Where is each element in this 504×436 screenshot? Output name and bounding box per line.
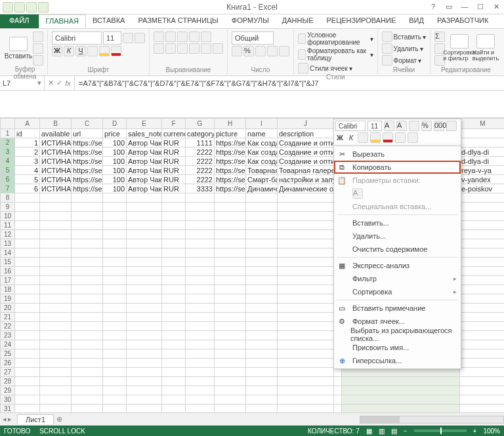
- border-icon[interactable]: [87, 46, 98, 56]
- increase-font-icon[interactable]: [123, 33, 133, 43]
- view-normal-icon[interactable]: ▦: [366, 427, 372, 435]
- ctx-cut[interactable]: ✂Вырезать: [334, 148, 461, 161]
- zoom-level[interactable]: 100%: [483, 427, 500, 435]
- new-sheet-button[interactable]: ⊕: [56, 415, 62, 424]
- ctx-format-cells[interactable]: ⚙Формат ячеек...: [334, 315, 461, 328]
- format-as-table-button[interactable]: Форматировать как таблицу▾: [298, 47, 373, 62]
- font-name-combo[interactable]: Calibri: [52, 31, 102, 45]
- mini-font-combo[interactable]: Calibri: [335, 121, 366, 131]
- table-row[interactable]: 29: [1, 386, 505, 395]
- window-minimize-icon[interactable]: —: [459, 3, 470, 11]
- ctx-copy[interactable]: ⧉Копировать: [334, 161, 461, 174]
- table-row[interactable]: 28: [1, 377, 505, 386]
- ctx-insert[interactable]: Вставить...: [334, 216, 461, 229]
- orientation-icon[interactable]: [189, 31, 200, 42]
- font-color-icon[interactable]: [111, 46, 121, 56]
- tab-formulas[interactable]: ФОРМУЛЫ: [225, 14, 276, 28]
- mini-inc-decimal-icon[interactable]: [395, 132, 406, 143]
- increase-decimal-icon[interactable]: [267, 46, 278, 56]
- font-size-combo[interactable]: 11: [103, 31, 121, 45]
- mini-size-combo[interactable]: 11: [368, 121, 382, 131]
- tab-insert[interactable]: ВСТАВКА: [86, 14, 131, 28]
- decrease-font-icon[interactable]: [135, 33, 145, 43]
- autosum-icon[interactable]: Σ: [434, 31, 445, 42]
- decrease-decimal-icon[interactable]: [279, 46, 289, 56]
- zoom-out-icon[interactable]: −: [404, 427, 408, 435]
- format-cells-button[interactable]: Формат▾: [382, 55, 422, 66]
- name-box[interactable]: L7▾: [0, 76, 45, 90]
- ctx-filter[interactable]: Фильтр▸: [334, 272, 461, 285]
- sort-filter-button[interactable]: Сортировка и фильтр: [448, 31, 471, 64]
- cancel-formula-icon[interactable]: ✕: [48, 79, 54, 87]
- tab-data[interactable]: ДАННЫЕ: [276, 14, 320, 28]
- conditional-formatting-button[interactable]: Условное форматирование▾: [298, 31, 373, 46]
- qat-redo-icon[interactable]: [38, 2, 49, 12]
- tab-page-layout[interactable]: РАЗМЕТКА СТРАНИЦЫ: [131, 14, 224, 28]
- zoom-in-icon[interactable]: +: [473, 427, 477, 435]
- fx-icon[interactable]: fx: [65, 79, 71, 87]
- view-page-break-icon[interactable]: ▤: [391, 427, 397, 435]
- comma-icon[interactable]: [255, 46, 266, 56]
- enter-formula-icon[interactable]: ✓: [56, 79, 62, 87]
- mini-dec-decimal-icon[interactable]: [408, 132, 418, 143]
- align-bottom-icon[interactable]: [177, 31, 188, 42]
- table-row[interactable]: 30: [1, 395, 505, 405]
- ctx-comment[interactable]: ▭Вставить примечание: [334, 302, 461, 315]
- ctx-clear[interactable]: Очистить содержимое: [334, 243, 461, 256]
- merge-icon[interactable]: [213, 43, 223, 54]
- tab-developer[interactable]: РАЗРАБОТЧИК: [430, 14, 495, 28]
- qat-undo-icon[interactable]: [26, 2, 37, 12]
- sheet-nav-prev-icon[interactable]: ◂: [3, 415, 7, 424]
- tab-home[interactable]: ГЛАВНАЯ: [39, 14, 86, 28]
- ribbon-minimize-icon[interactable]: ▭: [444, 3, 454, 11]
- mini-increase-font-icon[interactable]: A: [384, 121, 394, 131]
- increase-indent-icon[interactable]: [201, 43, 211, 54]
- format-painter-icon[interactable]: [33, 55, 43, 66]
- ctx-hyperlink[interactable]: ⊕Гиперссылка...: [334, 354, 461, 367]
- ctx-pick-from-list[interactable]: Выбрать из раскрывающегося списка...: [334, 328, 461, 341]
- bold-icon[interactable]: Ж: [52, 46, 62, 56]
- ribbon-options-icon[interactable]: ?: [428, 3, 438, 11]
- formula-input[interactable]: =A7&"|"&B7&"|"&C7&"|"&D7&"|"&E7&"|"&F7&"…: [75, 76, 504, 90]
- delete-cells-button[interactable]: Удалить▾: [382, 43, 423, 54]
- window-close-icon[interactable]: ✕: [491, 3, 501, 11]
- sheet-nav-next-icon[interactable]: ▸: [8, 415, 12, 424]
- tab-view[interactable]: ВИД: [402, 14, 430, 28]
- mini-format-painter-icon[interactable]: [446, 121, 457, 131]
- paste-button[interactable]: Вставить: [7, 31, 30, 64]
- italic-icon[interactable]: К: [64, 46, 74, 56]
- align-top-icon[interactable]: [154, 31, 164, 42]
- qat-excel-icon[interactable]: [3, 2, 13, 12]
- zoom-slider[interactable]: [414, 429, 467, 432]
- copy-icon[interactable]: [33, 43, 43, 54]
- mini-italic-icon[interactable]: К: [346, 134, 356, 142]
- ctx-delete[interactable]: Удалить...: [334, 229, 461, 243]
- qat-save-icon[interactable]: [14, 2, 25, 12]
- window-maximize-icon[interactable]: ☐: [475, 3, 486, 11]
- mini-border-icon[interactable]: [358, 132, 368, 143]
- mini-bold-icon[interactable]: Ж: [335, 134, 345, 142]
- view-page-layout-icon[interactable]: ▥: [379, 427, 385, 435]
- horizontal-scrollbar[interactable]: [360, 416, 504, 424]
- align-right-icon[interactable]: [177, 43, 188, 54]
- tab-review[interactable]: РЕЦЕНЗИРОВАНИЕ: [320, 14, 402, 28]
- align-middle-icon[interactable]: [165, 31, 176, 42]
- tab-file[interactable]: ФАЙЛ: [0, 14, 39, 28]
- number-format-combo[interactable]: Общий: [232, 31, 274, 45]
- insert-cells-button[interactable]: Вставить▾: [382, 31, 426, 42]
- spreadsheet-grid[interactable]: ABCDEFGHIJKLMNO 1idavailableurlpricesale…: [0, 118, 504, 424]
- find-select-button[interactable]: Найти и выделить: [474, 31, 497, 64]
- align-center-icon[interactable]: [165, 43, 176, 54]
- ctx-sort[interactable]: Сортировка▸: [334, 285, 461, 298]
- underline-icon[interactable]: Ч: [75, 46, 86, 56]
- mini-fill-icon[interactable]: [370, 132, 381, 143]
- mini-percent-icon[interactable]: %: [421, 121, 432, 131]
- decrease-indent-icon[interactable]: [189, 43, 200, 54]
- mini-accounting-icon[interactable]: [409, 121, 419, 131]
- mini-comma-icon[interactable]: 000: [434, 121, 444, 131]
- cut-icon[interactable]: [33, 31, 43, 42]
- wrap-text-icon[interactable]: [201, 31, 211, 42]
- percent-icon[interactable]: %: [243, 46, 254, 56]
- fill-color-icon[interactable]: [99, 46, 110, 56]
- accounting-icon[interactable]: [232, 46, 242, 56]
